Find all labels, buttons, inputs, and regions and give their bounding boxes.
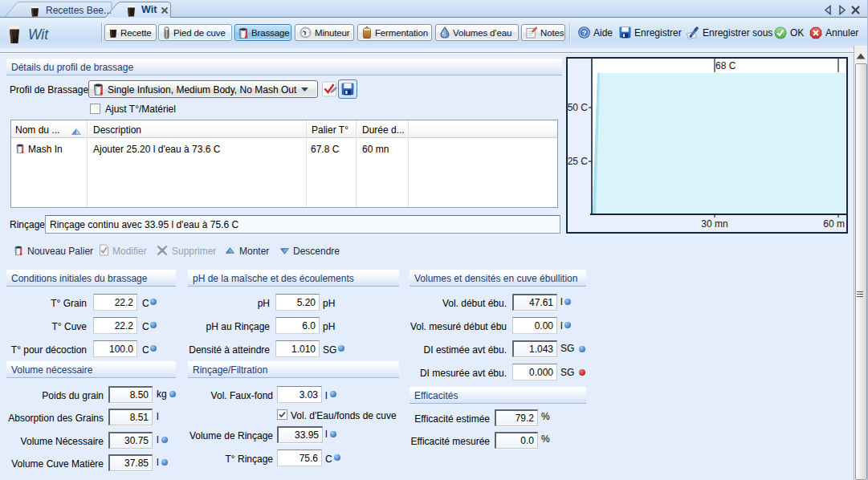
svg-text:50 C: 50 C [568, 102, 589, 113]
svg-text:25 C: 25 C [568, 156, 589, 167]
svg-text:30 mn: 30 mn [701, 218, 727, 230]
svg-text:68 C: 68 C [715, 60, 736, 71]
svg-text:60 m: 60 m [823, 218, 845, 230]
svg-text:?: ? [582, 29, 587, 37]
